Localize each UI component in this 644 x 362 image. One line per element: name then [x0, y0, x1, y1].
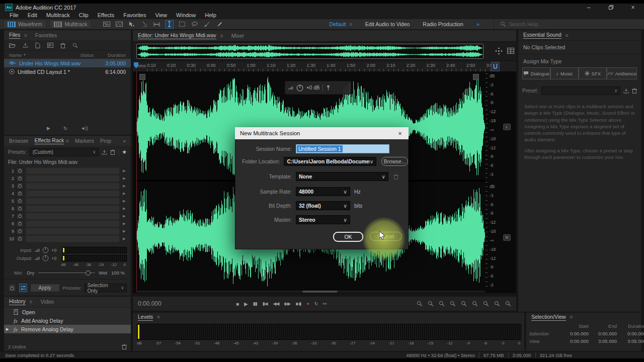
- tab-essential-sound[interactable]: Essential Sound: [523, 32, 561, 39]
- slot-power-icon[interactable]: [16, 205, 24, 212]
- delete-preset-icon[interactable]: [110, 149, 115, 155]
- clear-history-icon[interactable]: [122, 344, 127, 349]
- menu-item[interactable]: Clip: [74, 12, 93, 18]
- zoom-selection-in-button[interactable]: [472, 301, 478, 307]
- zoom-selection-button[interactable]: [494, 301, 500, 307]
- tab-files[interactable]: Files: [9, 32, 20, 39]
- sv-view-duration[interactable]: 3:05.000: [617, 338, 644, 344]
- panel-overflow-icon[interactable]: »: [123, 138, 126, 144]
- zoom-navigate-button[interactable]: [461, 301, 467, 307]
- minimize-button[interactable]: –: [578, 4, 600, 11]
- es-preset-combo[interactable]: ∨: [541, 86, 620, 95]
- file-row-selected[interactable]: Under His Wings Midi.wav 3:05.000: [4, 59, 131, 67]
- cancel-button[interactable]: Cancel: [370, 232, 402, 241]
- zoom-in-button[interactable]: [417, 301, 423, 307]
- search-help-box[interactable]: Search Help: [494, 19, 576, 29]
- dialog-title-bar[interactable]: New Multitrack Session ×: [235, 127, 409, 139]
- menu-item[interactable]: File: [5, 12, 23, 18]
- menu-item[interactable]: Multitrack: [42, 12, 74, 18]
- slot-effect-well[interactable]: [26, 220, 120, 227]
- tab-markers[interactable]: Markers: [75, 138, 94, 144]
- overview-range-box[interactable]: [136, 44, 484, 59]
- sv-selection-duration[interactable]: 0:00.000: [617, 331, 644, 336]
- slot-effect-well[interactable]: [26, 198, 120, 205]
- slot-power-icon[interactable]: [16, 175, 24, 182]
- slot-effect-well[interactable]: [26, 190, 120, 197]
- output-gain-knob[interactable]: [42, 255, 49, 261]
- sv-view-start[interactable]: 0:00.000: [560, 338, 589, 344]
- tab-history[interactable]: History: [9, 298, 26, 305]
- move-tool[interactable]: [128, 21, 135, 28]
- marquee-selection-tool[interactable]: [178, 21, 186, 28]
- tab-levels[interactable]: Levels: [138, 314, 153, 321]
- rack-routing-button[interactable]: [19, 284, 27, 292]
- insert-into-multitrack-icon[interactable]: [47, 43, 53, 48]
- record-button[interactable]: ●: [306, 301, 308, 306]
- hud-volume-control[interactable]: +0 dB: [285, 81, 351, 95]
- effects-panel-menu-icon[interactable]: ≡: [66, 138, 69, 144]
- selection-handle-right[interactable]: [473, 74, 479, 80]
- slot-effect-well[interactable]: [26, 183, 120, 190]
- essential-sound-menu-icon[interactable]: ≡: [566, 33, 569, 38]
- tab-properties[interactable]: Prop: [100, 138, 111, 144]
- workspace-default[interactable]: Default: [329, 21, 346, 27]
- waveform-display-icon[interactable]: [103, 21, 110, 28]
- menu-item[interactable]: Window: [172, 12, 200, 18]
- sv-selection-start[interactable]: 0:00.000: [560, 331, 589, 336]
- menu-item[interactable]: Help: [200, 12, 221, 18]
- open-file-icon[interactable]: [9, 43, 16, 48]
- slot-power-icon[interactable]: [16, 213, 24, 220]
- zoom-in-time-button[interactable]: [439, 301, 445, 307]
- loop-playback-button[interactable]: ↻: [314, 301, 318, 306]
- slot-arrow-icon[interactable]: ▶: [122, 184, 127, 188]
- master-combo[interactable]: Stereo∨: [296, 215, 350, 224]
- slot-power-icon[interactable]: [16, 183, 24, 190]
- slot-power-icon[interactable]: [16, 167, 24, 174]
- process-combo[interactable]: Selection Only∨: [85, 284, 127, 292]
- pause-button[interactable]: ▮▮: [253, 301, 257, 306]
- mix-type-dialogue-button[interactable]: Dialogue: [522, 67, 550, 79]
- import-file-icon[interactable]: [23, 43, 28, 48]
- tab-favorites[interactable]: Favorites: [35, 32, 57, 38]
- loop-file-icon[interactable]: ↻: [63, 126, 67, 131]
- tab-video[interactable]: Video: [41, 299, 54, 305]
- zoom-out-time-button[interactable]: [450, 301, 456, 307]
- tab-selection-view[interactable]: Selection/View: [531, 314, 566, 321]
- hud-pin-icon[interactable]: [326, 85, 331, 90]
- overview-waveform[interactable]: [137, 45, 482, 58]
- stop-button[interactable]: ■: [236, 301, 238, 307]
- mix-slider-handle[interactable]: [86, 270, 91, 276]
- files-col-status[interactable]: Status: [80, 52, 94, 58]
- slot-power-icon[interactable]: [16, 190, 24, 197]
- zoom-full-button[interactable]: [505, 301, 511, 307]
- slot-effect-well[interactable]: [26, 228, 120, 235]
- slot-effect-well[interactable]: [26, 235, 120, 242]
- slot-arrow-icon[interactable]: ▶: [122, 222, 127, 226]
- workspace-edit-audio-to-video[interactable]: Edit Audio to Video: [365, 21, 410, 27]
- mix-type-music-button[interactable]: ♪Music: [550, 67, 579, 79]
- skip-selection-button[interactable]: ↦: [323, 301, 327, 306]
- mix-type-sfx-button[interactable]: SFX: [579, 67, 607, 79]
- grid-icon[interactable]: [507, 48, 514, 54]
- menu-item[interactable]: Effects: [93, 12, 119, 18]
- history-item[interactable]: fxAdd Analog Delay: [4, 316, 131, 325]
- fast-forward-button[interactable]: ▶▶: [284, 301, 290, 306]
- history-item[interactable]: Open: [4, 308, 131, 316]
- time-selection-tool[interactable]: [166, 21, 173, 28]
- bit-depth-combo[interactable]: 32 (float)∨: [296, 201, 350, 210]
- es-delete-preset-icon[interactable]: [632, 88, 637, 94]
- levels-panel-menu-icon[interactable]: ≡: [157, 314, 160, 320]
- preset-combo[interactable]: (Custom)∨: [30, 148, 99, 156]
- selection-view-menu-icon[interactable]: ≡: [570, 314, 573, 320]
- skip-to-start-button[interactable]: ▮◀: [263, 301, 268, 306]
- new-file-icon[interactable]: [35, 43, 40, 48]
- session-name-input[interactable]: Untitled Session 1: [296, 144, 389, 153]
- spectral-display-icon[interactable]: [115, 21, 123, 28]
- scrollbar-handle[interactable]: [302, 291, 338, 293]
- lasso-selection-tool[interactable]: [191, 21, 198, 28]
- skip-to-end-button[interactable]: ▶▮: [296, 301, 301, 306]
- input-gain-knob[interactable]: [42, 247, 49, 253]
- tab-effects-rack[interactable]: Effects Rack: [35, 137, 64, 144]
- slot-arrow-icon[interactable]: ▶: [122, 214, 127, 218]
- waveform-view-button[interactable]: Waveform: [3, 20, 46, 29]
